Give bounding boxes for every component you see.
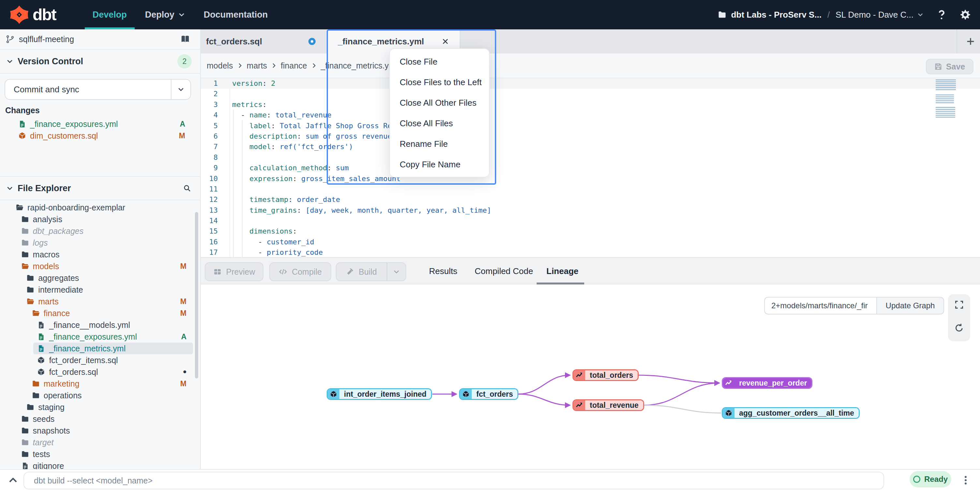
breadcrumb-item[interactable]: models: [207, 61, 233, 70]
search-icon[interactable]: [183, 184, 191, 192]
file-tree-item[interactable]: marketingM: [28, 378, 193, 389]
file-tree-item[interactable]: fct_orders.sql•: [33, 366, 193, 378]
update-graph-button[interactable]: Update Graph: [876, 297, 944, 314]
help-icon[interactable]: [935, 9, 947, 21]
kebab-menu-icon[interactable]: [961, 474, 971, 487]
code-line: 13 time_grains: [day, week, month, quart…: [201, 205, 980, 215]
lineage-filter-input[interactable]: [764, 297, 876, 314]
lineage-node-total_revenue[interactable]: total_revenue: [573, 399, 644, 411]
context-menu-item[interactable]: Copy File Name: [390, 154, 489, 175]
chevron-up-icon[interactable]: [7, 474, 19, 486]
hammer-icon: [345, 268, 354, 276]
line-number: 7: [201, 142, 218, 152]
version-control-header[interactable]: Version Control 2: [0, 49, 200, 74]
file-tree-item[interactable]: logs: [17, 237, 193, 249]
folder-icon: [26, 286, 34, 294]
command-input[interactable]: [24, 472, 884, 489]
context-menu-item[interactable]: Close All Other Files: [390, 93, 489, 113]
line-number: 11: [201, 184, 218, 195]
lineage-edge: [519, 394, 570, 405]
results-tab-results[interactable]: Results: [429, 258, 457, 284]
account-switcher[interactable]: dbt Labs - ProServ S... / SL Demo - Dave…: [718, 10, 924, 20]
file-tree-item[interactable]: snapshots: [17, 425, 193, 436]
file-tree-item[interactable]: _finance__models.yml: [33, 319, 193, 331]
folder-icon: [21, 415, 29, 423]
breadcrumb-item[interactable]: _finance_metrics.yml: [321, 61, 398, 70]
code-editor[interactable]: 1version: 223metrics:4 - name: total_rev…: [201, 78, 980, 257]
file-tree-item[interactable]: aggregates: [22, 272, 193, 284]
context-menu-item[interactable]: Close All Files: [390, 113, 489, 134]
file-tree-item[interactable]: target: [17, 436, 193, 448]
save-floppy-icon: [934, 63, 942, 70]
file-tree-item[interactable]: gitignore: [17, 460, 193, 469]
cube-icon: [18, 132, 26, 140]
build-button[interactable]: Build: [336, 262, 406, 281]
file-tree-item[interactable]: staging: [22, 401, 193, 413]
code-line: 11: [201, 184, 980, 195]
project-switcher[interactable]: SL Demo - Dave C...: [835, 10, 924, 20]
code-text: - customer_id: [232, 237, 314, 247]
lineage-node-agg_customer_orders__all_time[interactable]: agg_customer_orders__all_time: [722, 407, 860, 419]
chevron-down-icon: [393, 268, 400, 276]
git-branch-row[interactable]: sqlfluff-meeting: [0, 29, 200, 49]
file-tree-item[interactable]: seeds: [17, 413, 193, 425]
node-label: int_order_items_joined: [339, 389, 431, 399]
commit-options-caret[interactable]: [171, 80, 190, 99]
change-item[interactable]: dim_customers.sqlM: [0, 130, 193, 142]
reset-view-icon[interactable]: [955, 323, 964, 332]
file-tree-item[interactable]: martsM: [22, 295, 193, 307]
save-button[interactable]: Save: [926, 59, 974, 74]
file-tree-item[interactable]: _finance_metrics.yml: [33, 343, 193, 354]
top-navbar: dbt Develop Deploy Documentation dbt Lab…: [0, 0, 980, 29]
line-number: 2: [201, 89, 218, 99]
docs-book-icon[interactable]: [181, 34, 190, 44]
breadcrumb-item[interactable]: marts: [247, 61, 267, 70]
lineage-node-revenue_per_order[interactable]: revenue_per_order: [722, 377, 813, 389]
file-tree-item[interactable]: fct_order_items.sql: [33, 354, 193, 366]
sidebar: sqlfluff-meeting Version Control 2 Commi…: [0, 29, 201, 469]
change-item[interactable]: _finance_exposures.ymlA: [0, 118, 193, 130]
file-label: aggregates: [38, 273, 79, 283]
lineage-node-fct_orders[interactable]: fct_orders: [459, 388, 519, 400]
context-menu-item[interactable]: Close File: [390, 51, 489, 72]
file-tree-item[interactable]: rapid-onboarding-exemplar: [12, 202, 193, 213]
lineage-node-total_orders[interactable]: total_orders: [573, 369, 639, 381]
chevron-right-icon: [236, 62, 243, 69]
sidebar-scrollbar[interactable]: [195, 212, 198, 378]
nav-item-documentation[interactable]: Documentation: [195, 0, 277, 29]
build-options-caret[interactable]: [387, 263, 406, 281]
file-tree-item[interactable]: operations: [28, 389, 193, 401]
close-icon[interactable]: [441, 38, 449, 45]
file-tree-item[interactable]: _finance_exposures.ymlA: [33, 331, 193, 343]
code-line: 16 - customer_id: [201, 237, 980, 247]
fullscreen-icon[interactable]: [955, 300, 964, 309]
tab-fct-orders[interactable]: fct_orders.sql: [201, 29, 327, 54]
context-menu-item[interactable]: Rename File: [390, 134, 489, 154]
folder-icon: [21, 251, 29, 259]
file-tree-item[interactable]: analysis: [17, 213, 193, 225]
file-tree-item[interactable]: financeM: [28, 307, 193, 319]
file-explorer-header[interactable]: File Explorer: [0, 176, 200, 200]
dbt-logo[interactable]: dbt: [9, 5, 56, 25]
breadcrumb-item[interactable]: finance: [281, 61, 307, 70]
nav-item-deploy[interactable]: Deploy: [136, 0, 195, 29]
compile-button[interactable]: Compile: [269, 262, 331, 281]
file-tree-item[interactable]: dbt_packages: [17, 225, 193, 237]
results-tab-lineage[interactable]: Lineage: [546, 258, 578, 284]
new-tab-icon[interactable]: [966, 37, 975, 46]
file-tree-item[interactable]: tests: [17, 448, 193, 460]
results-tab-compiled-code[interactable]: Compiled Code: [475, 258, 533, 284]
minimap[interactable]: [935, 80, 957, 121]
nav-item-develop[interactable]: Develop: [83, 0, 136, 29]
lineage-node-int_order_items_joined[interactable]: int_order_items_joined: [327, 388, 432, 400]
git-branch-icon: [6, 35, 14, 43]
file-tree: rapid-onboarding-exemplaranalysisdbt_pac…: [0, 202, 193, 469]
file-tree-item[interactable]: intermediate: [22, 284, 193, 295]
context-menu-item[interactable]: Close Files to the Left: [390, 72, 489, 93]
settings-gear-icon[interactable]: [959, 9, 971, 21]
file-label: seeds: [33, 414, 55, 424]
file-tree-item[interactable]: modelsM: [17, 260, 193, 272]
preview-button[interactable]: Preview: [205, 262, 263, 281]
file-tree-item[interactable]: macros: [17, 249, 193, 260]
commit-and-sync-button[interactable]: Commit and sync: [5, 79, 191, 100]
